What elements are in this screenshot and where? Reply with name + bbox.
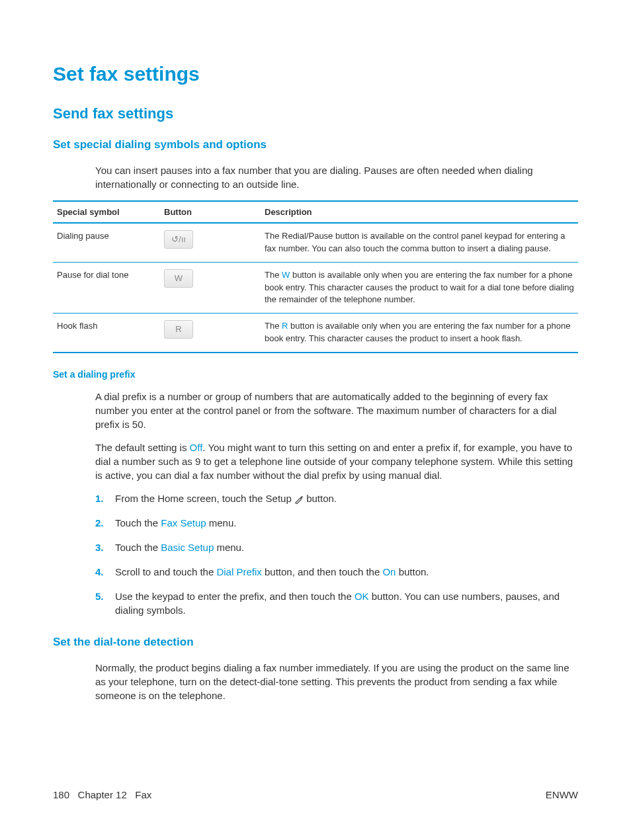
cell-symbol: Hook flash: [53, 314, 160, 353]
th-description: Description: [261, 201, 578, 223]
page-number: 180: [53, 789, 69, 800]
ok-link: OK: [355, 591, 369, 602]
paragraph: A dial prefix is a number or group of nu…: [95, 390, 578, 431]
cell-button: ↺/ıı: [160, 223, 261, 262]
subsection-heading-special-symbols: Set special dialing symbols and options: [53, 138, 578, 151]
footer-left: 180 Chapter 12 Fax: [53, 789, 151, 800]
step-number: 4.: [95, 565, 115, 579]
step-number: 2.: [95, 516, 115, 530]
footer-right: ENWW: [546, 789, 578, 800]
redial-pause-icon: ↺/ıı: [164, 230, 193, 249]
subsection-heading-dial-prefix: Set a dialing prefix: [53, 369, 578, 380]
cell-desc: The W button is available only when you …: [261, 262, 578, 314]
step-item: 5. Use the keypad to enter the prefix, a…: [95, 589, 578, 617]
off-link: Off: [190, 442, 203, 453]
step-item: 4. Scroll to and touch the Dial Prefix b…: [95, 565, 578, 579]
intro-paragraph: You can insert pauses into a fax number …: [95, 163, 578, 191]
w-button-icon: W: [164, 269, 193, 288]
subsection-heading-dial-tone: Set the dial-tone detection: [53, 636, 578, 649]
page-footer: 180 Chapter 12 Fax ENWW: [53, 789, 578, 800]
step-item: 3. Touch the Basic Setup menu.: [95, 540, 578, 554]
step-text: Use the keypad to enter the prefix, and …: [115, 589, 578, 617]
chapter-title: Fax: [135, 789, 151, 800]
r-link: R: [282, 321, 288, 331]
step-text: Touch the Basic Setup menu.: [115, 540, 244, 554]
dial-prefix-link: Dial Prefix: [216, 566, 261, 577]
th-symbol: Special symbol: [53, 201, 160, 223]
symbols-table: Special symbol Button Description Dialin…: [53, 200, 578, 353]
cell-button: W: [160, 262, 261, 314]
fax-setup-link: Fax Setup: [161, 517, 206, 528]
step-number: 5.: [95, 589, 115, 617]
cell-symbol: Dialing pause: [53, 223, 160, 262]
paragraph: Normally, the product begins dialing a f…: [95, 661, 578, 702]
step-text: Scroll to and touch the Dial Prefix butt…: [115, 565, 429, 579]
step-item: 1. From the Home screen, touch the Setup…: [95, 491, 578, 505]
cell-button: R: [160, 314, 261, 353]
step-text: Touch the Fax Setup menu.: [115, 516, 236, 530]
chapter-label: Chapter 12: [78, 789, 127, 800]
w-link: W: [282, 270, 290, 280]
steps-list: 1. From the Home screen, touch the Setup…: [95, 491, 578, 617]
cell-desc: The Redial/Pause button is available on …: [261, 223, 578, 262]
cell-desc: The R button is available only when you …: [261, 314, 578, 353]
step-item: 2. Touch the Fax Setup menu.: [95, 516, 578, 530]
section-heading-send: Send fax settings: [53, 105, 578, 122]
paragraph: The default setting is Off. You might wa…: [95, 441, 578, 482]
step-text: From the Home screen, touch the Setup bu…: [115, 491, 337, 505]
page-content: Set fax settings Send fax settings Set s…: [0, 0, 631, 840]
basic-setup-link: Basic Setup: [161, 542, 214, 553]
cell-symbol: Pause for dial tone: [53, 262, 160, 314]
table-row: Hook flash R The R button is available o…: [53, 314, 578, 353]
table-row: Pause for dial tone W The W button is av…: [53, 262, 578, 314]
table-row: Dialing pause ↺/ıı The Redial/Pause butt…: [53, 223, 578, 262]
th-button: Button: [160, 201, 261, 223]
step-number: 3.: [95, 540, 115, 554]
r-button-icon: R: [164, 320, 193, 339]
page-title: Set fax settings: [53, 63, 578, 85]
step-number: 1.: [95, 491, 115, 505]
on-link: On: [382, 566, 396, 577]
setup-icon: [294, 495, 304, 504]
